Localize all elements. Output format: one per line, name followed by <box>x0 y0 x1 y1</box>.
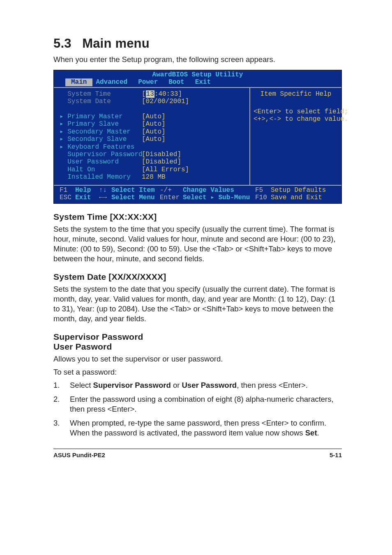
bios-field-label: User Password <box>60 158 142 166</box>
bios-help-line: <+>,<-> to change value. <box>254 115 338 123</box>
bios-field-value: [02/00/2001] <box>142 98 189 105</box>
bios-title: AwardBIOS Setup Utility <box>54 70 341 78</box>
list-item: 1. Select Supervisor Password or User Pa… <box>53 380 342 390</box>
bios-main-pane: System Time [13:40:33] System Date[02/00… <box>54 88 250 185</box>
step-number: 2. <box>53 394 70 414</box>
step-text: When prompted, re-type the same password… <box>70 418 342 438</box>
bios-field-value: [Auto] <box>142 128 166 136</box>
bios-field-label: Halt On <box>60 166 142 173</box>
list-item: 2. Enter the password using a combinatio… <box>53 394 342 414</box>
page-footer: ASUS Pundit-PE2 5-11 <box>53 451 342 458</box>
bios-row-installed-memory: Installed Memory128 MB <box>60 173 245 181</box>
bios-menu-bar: Main Advanced Power Boot Exit <box>54 78 341 87</box>
password-steps-list: 1. Select Supervisor Password or User Pa… <box>53 380 342 438</box>
bios-row-primary-master[interactable]: ▸ Primary Master[Auto] <box>60 113 245 120</box>
bios-key-plusminus: -/+ <box>160 187 183 194</box>
bios-field-value: [13:40:33] <box>142 90 182 98</box>
bios-row-keyboard-features[interactable]: ▸ Keyboard Features <box>60 143 245 151</box>
bios-hint-select-item: Select Item <box>111 187 160 194</box>
page-heading: 5.3 Main menu <box>53 36 342 51</box>
bios-hint-save-exit: Save and Exit <box>271 194 326 201</box>
system-time-heading: System Time [XX:XX:XX] <box>53 212 342 222</box>
bios-hint-select-menu: Select Menu <box>111 194 160 201</box>
bios-field-value: [All Errors] <box>142 166 189 173</box>
bios-tab-power[interactable]: Power <box>135 78 165 86</box>
bios-field-label: System Date <box>60 98 142 105</box>
bios-field-label: Installed Memory <box>60 173 142 181</box>
bios-tab-exit[interactable]: Exit <box>192 78 218 86</box>
bios-key-f5: F5 <box>255 187 271 194</box>
supervisor-password-heading: Supervisor Password <box>53 332 342 342</box>
footer-page-number: 5-11 <box>330 451 342 458</box>
password-body-2: To set a password: <box>53 367 342 377</box>
password-body-1: Allows you to set the supervisor or user… <box>53 354 342 364</box>
arrows-horizontal-icon: ←→ <box>99 194 111 201</box>
bios-help-line: <Enter> to select field; <box>254 108 338 115</box>
system-date-heading: System Date [XX/XX/XXXX] <box>53 272 342 282</box>
bios-row-secondary-slave[interactable]: ▸ Secondary Slave[Auto] <box>60 136 245 143</box>
arrows-vertical-icon: ↑↓ <box>99 187 111 194</box>
bios-field-label: System Time <box>60 90 142 98</box>
bios-field-label: ▸ Keyboard Features <box>60 143 142 151</box>
bios-help-title: Item Specific Help <box>254 90 338 98</box>
bios-key-esc: ESC <box>60 194 75 201</box>
bios-field-value: 128 MB <box>142 173 166 181</box>
bios-field-value: [Auto] <box>142 136 166 143</box>
bios-field-value: [Disabled] <box>142 158 181 166</box>
bios-tab-main[interactable]: Main <box>65 78 92 86</box>
bios-row-user-password[interactable]: User Password[Disabled] <box>60 158 245 166</box>
bios-field-label: ▸ Secondary Slave <box>60 136 142 143</box>
footer-product: ASUS Pundit-PE2 <box>53 451 105 458</box>
bios-hint-sub-menu: Select ▸ Sub-Menu <box>183 194 255 201</box>
list-item: 3. When prompted, re-type the same passw… <box>53 418 342 438</box>
bios-field-label: ▸ Primary Master <box>60 113 142 120</box>
bios-row-primary-slave[interactable]: ▸ Primary Slave[Auto] <box>60 120 245 128</box>
step-number: 1. <box>53 380 70 390</box>
step-number: 3. <box>53 418 70 438</box>
bios-key-enter: Enter <box>160 194 183 201</box>
section-title: Main menu <box>82 36 150 51</box>
bios-key-f10: F10 <box>255 194 271 201</box>
bios-help-pane: Item Specific Help <Enter> to select fie… <box>250 88 341 185</box>
bios-hint-change-values: Change Values <box>183 187 255 194</box>
step-text: Select Supervisor Password or User Passw… <box>70 380 308 390</box>
intro-paragraph: When you enter the Setup program, the fo… <box>53 55 342 64</box>
bios-key-f1: F1 <box>60 187 75 194</box>
bios-row-system-date[interactable]: System Date[02/00/2001] <box>60 98 245 105</box>
bios-row-halt-on[interactable]: Halt On[All Errors] <box>60 166 245 173</box>
system-date-body: Sets the system to the date that you spe… <box>53 284 342 324</box>
bios-row-secondary-master[interactable]: ▸ Secondary Master[Auto] <box>60 128 245 136</box>
bios-field-label: ▸ Secondary Master <box>60 128 142 136</box>
bios-hint-exit: Exit <box>75 194 99 201</box>
bios-field-value: [Auto] <box>142 120 166 128</box>
section-number: 5.3 <box>53 36 71 51</box>
bios-field-value: [Disabled] <box>142 151 181 158</box>
bios-footer-bar: F1 ESC Help Exit ↑↓ ←→ Select Item Selec… <box>54 186 341 203</box>
bios-tab-boot[interactable]: Boot <box>165 78 191 86</box>
bios-screenshot: AwardBIOS Setup Utility Main Advanced Po… <box>53 70 342 204</box>
system-time-body: Sets the system to the time that you spe… <box>53 224 342 264</box>
bios-hint-help: Help <box>75 187 99 194</box>
bios-field-label: Supervisor Password <box>60 151 142 158</box>
bios-hint-setup-defaults: Setup Defaults <box>271 187 326 194</box>
bios-row-supervisor-password[interactable]: Supervisor Password[Disabled] <box>60 151 245 158</box>
bios-field-value: [Auto] <box>142 113 166 120</box>
user-password-heading: User Pasword <box>53 342 342 352</box>
bios-tab-advanced[interactable]: Advanced <box>92 78 135 86</box>
bios-edit-cursor[interactable]: 13 <box>146 90 154 98</box>
bios-row-system-time[interactable]: System Time [13:40:33] <box>60 90 245 98</box>
footer-divider <box>53 449 342 449</box>
bios-field-label: ▸ Primary Slave <box>60 120 142 128</box>
step-text: Enter the password using a combination o… <box>70 394 342 414</box>
